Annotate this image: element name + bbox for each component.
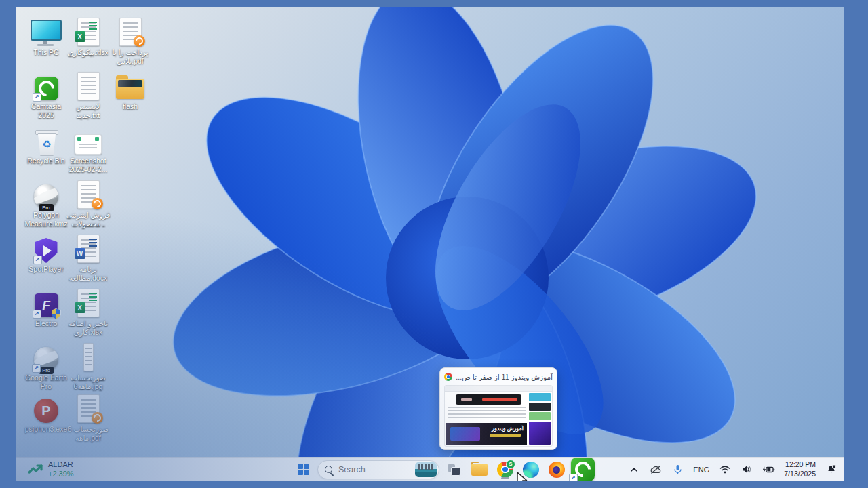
notification-bell-icon[interactable] bbox=[821, 460, 842, 480]
taskbar-app-file-explorer[interactable] bbox=[468, 460, 491, 480]
word-file-icon: W bbox=[77, 235, 100, 263]
desktop-icon-label: Recycle Bin bbox=[24, 157, 68, 165]
desktop-icon-license-txt[interactable]: لایسنسجدید.txt bbox=[67, 69, 109, 119]
recycle-bin-icon: ♻ bbox=[35, 129, 57, 155]
desktop: This PC X بیکوکاری.xlsx پرداخت را باپلاس… bbox=[16, 7, 844, 481]
file-explorer-icon bbox=[471, 464, 488, 476]
desktop-icon-label: تاخیر و اضافهکاری.xlsx bbox=[66, 319, 111, 336]
volume-icon[interactable] bbox=[736, 460, 757, 480]
desktop-icon-psiphon3-exe[interactable]: P psiphon3.exe bbox=[25, 392, 67, 434]
preview-browser-toolbar bbox=[445, 386, 552, 392]
chrome-favicon bbox=[444, 373, 452, 381]
clock-time: 12:20 PM bbox=[784, 460, 816, 470]
widgets-button[interactable]: ALDAR +2.39% bbox=[22, 458, 81, 481]
desktop-icon-flash-folder[interactable]: flash bbox=[109, 69, 151, 111]
taskbar-clock[interactable]: 12:20 PM 7/13/2025 bbox=[780, 460, 820, 479]
widget-ticker-change: +2.39% bbox=[48, 470, 74, 479]
google-earth-pro-icon: Pro↗ bbox=[34, 347, 58, 371]
desktop-icon-label: پرداخت را باپلاس.pdf bbox=[108, 48, 153, 65]
desktop-icon-label: فروش اینترنتیـ محصولات bbox=[66, 211, 111, 228]
preview-image-caption: آموزش ویندوز bbox=[492, 426, 524, 432]
running-indicator bbox=[501, 477, 509, 479]
image-file-icon bbox=[83, 343, 94, 371]
desktop-icon-this-pc[interactable]: This PC bbox=[25, 15, 67, 57]
desktop-icon-spotplayer[interactable]: ↗ SpotPlayer bbox=[25, 232, 67, 274]
google-earth-icon: Pro bbox=[34, 184, 58, 209]
windows-logo-icon bbox=[298, 464, 309, 475]
preview-thumbnail[interactable]: آموزش ویندوز bbox=[444, 385, 553, 447]
pdf-file-icon bbox=[77, 394, 100, 423]
spotplayer-icon: ↗ bbox=[35, 238, 58, 263]
edge-icon bbox=[523, 462, 539, 478]
taskbar-app-camtasia[interactable]: ↗ bbox=[571, 460, 594, 480]
search-highlight-image[interactable] bbox=[415, 462, 437, 477]
folder-icon bbox=[116, 79, 144, 100]
desktop-icon-electro[interactable]: F↗ Electro bbox=[25, 286, 67, 328]
screen-frame: This PC X بیکوکاری.xlsx پرداخت را باپلاس… bbox=[0, 0, 868, 488]
desktop-icon-pardakht-pdf[interactable]: پرداخت را باپلاس.pdf bbox=[109, 15, 151, 65]
desktop-icon-surathesab-jpg[interactable]: صورتحساب6ماهه.jpg bbox=[67, 340, 109, 390]
taskbar-app-edge[interactable] bbox=[519, 460, 542, 480]
start-button[interactable] bbox=[292, 460, 315, 480]
desktop-icon-label: PolygonMeasure.kmz bbox=[24, 211, 68, 228]
desktop-icon-recycle-bin[interactable]: ♻ Recycle Bin bbox=[25, 123, 67, 165]
taskbar-thumbnail-preview[interactable]: آموزش ویندوز 11 از صفر تا ص... آموزش وین… bbox=[439, 367, 557, 450]
desktop-icon-label: psiphon3.exe bbox=[24, 425, 68, 434]
desktop-icon-label: Electro bbox=[24, 319, 68, 328]
language-indicator[interactable]: ENG bbox=[689, 460, 713, 480]
desktop-icon-forush-interneti-pdf[interactable]: فروش اینترنتیـ محصولات bbox=[67, 178, 109, 228]
desktop-icon-label: لایسنسجدید.txt bbox=[66, 102, 111, 119]
desktop-icon-label: بیکوکاری.xlsx bbox=[66, 48, 111, 57]
electro-icon: F↗ bbox=[35, 293, 58, 317]
search-input[interactable] bbox=[337, 464, 410, 475]
desktop-icon-google-earth-pro[interactable]: Pro↗ Google EarthPro bbox=[25, 340, 67, 390]
preview-dark-banner bbox=[456, 394, 521, 405]
desktop-icon-polygon-measure-kmz[interactable]: Pro PolygonMeasure.kmz bbox=[25, 178, 67, 228]
desktop-icon-label: Google EarthPro bbox=[24, 373, 68, 390]
clock-date: 7/13/2025 bbox=[784, 470, 816, 479]
desktop-icon-label: برنامهمطالعه.docx bbox=[66, 265, 111, 282]
pdf-file-icon bbox=[119, 18, 142, 46]
taskbar: ALDAR +2.39% S ↗ bbox=[16, 457, 844, 481]
pdf-file-icon bbox=[77, 180, 100, 209]
desktop-icon-label: This PC bbox=[24, 48, 68, 57]
psiphon-icon: P bbox=[34, 399, 58, 423]
preview-sidebar bbox=[529, 393, 551, 445]
battery-icon[interactable] bbox=[758, 460, 778, 480]
taskbar-app-firefox[interactable] bbox=[545, 460, 568, 480]
preview-text-lines bbox=[448, 407, 526, 419]
onedrive-icon[interactable] bbox=[646, 460, 666, 480]
preview-article-image: آموزش ویندوز bbox=[446, 423, 527, 445]
desktop-icon-camtasia-2025[interactable]: ↗ Camtasia2025 bbox=[25, 69, 67, 119]
search-icon bbox=[325, 466, 332, 473]
widget-ticker-symbol: ALDAR bbox=[48, 460, 74, 470]
microphone-icon[interactable] bbox=[667, 460, 688, 480]
desktop-icon-label: SpotPlayer bbox=[24, 265, 68, 274]
stock-trend-icon bbox=[28, 464, 43, 475]
preview-title: آموزش ویندوز 11 از صفر تا ص... bbox=[456, 373, 553, 381]
chrome-profile-badge: S bbox=[506, 460, 515, 469]
screenshot-file-icon bbox=[75, 134, 102, 155]
desktop-icon-barname-motalee-docx[interactable]: W برنامهمطالعه.docx bbox=[67, 232, 109, 282]
desktop-icon-surathesab-pdf[interactable]: صورتحساب 6ماهه.pdf bbox=[67, 392, 109, 442]
desktop-icon-label: صورتحساب 6ماهه.pdf bbox=[66, 425, 111, 442]
this-pc-icon bbox=[31, 20, 62, 46]
desktop-icon-label: flash bbox=[108, 102, 153, 111]
taskbar-search[interactable] bbox=[317, 460, 439, 479]
excel-file-icon: X bbox=[77, 18, 100, 46]
desktop-icon-label: Screenshot2025-02-2... bbox=[66, 157, 111, 174]
taskbar-app-task-view[interactable] bbox=[442, 460, 465, 480]
taskbar-center-apps: S ↗ bbox=[292, 458, 594, 481]
desktop-icon-screenshot[interactable]: Screenshot2025-02-2... bbox=[67, 123, 109, 174]
wifi-icon[interactable] bbox=[715, 460, 735, 480]
hidden-icons-chevron[interactable] bbox=[624, 460, 644, 480]
task-view-icon bbox=[448, 464, 460, 475]
system-tray: ENG bbox=[624, 458, 842, 481]
camtasia-app-icon: ↗ bbox=[571, 458, 595, 481]
text-file-icon bbox=[77, 72, 100, 100]
desktop-icon-takhir-ezafekari-xlsx[interactable]: X تاخیر و اضافهکاری.xlsx bbox=[67, 286, 109, 336]
desktop-icon-label: Camtasia2025 bbox=[24, 102, 68, 119]
desktop-icon-bikari-xlsx[interactable]: X بیکوکاری.xlsx bbox=[67, 15, 109, 57]
camtasia-app-icon: ↗ bbox=[35, 77, 58, 100]
taskbar-app-chrome[interactable]: S bbox=[494, 460, 517, 480]
